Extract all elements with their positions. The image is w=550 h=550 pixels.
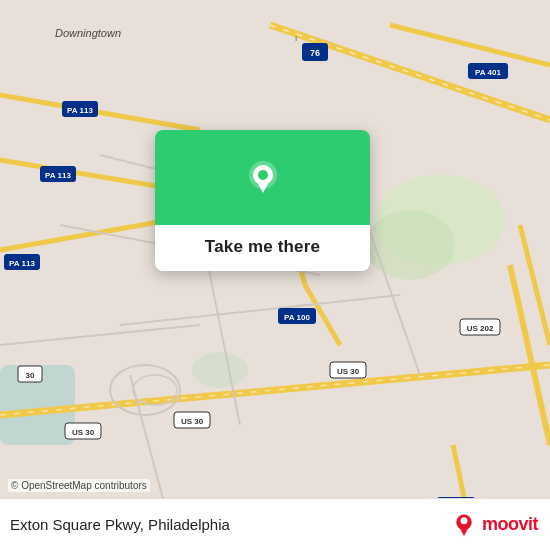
location-info: Exton Square Pkwy, Philadelphia [10,516,230,533]
take-me-there-button[interactable]: Take me there [205,237,320,257]
card-header [155,130,370,225]
svg-rect-0 [0,25,550,525]
copyright-text: © OpenStreetMap contributors [8,479,150,492]
svg-text:76: 76 [310,48,320,58]
map-background: 76 I PA 113 PA 113 PA 113 PA 401 PA 100 … [0,0,550,550]
svg-point-2 [365,210,455,280]
svg-text:PA 113: PA 113 [67,106,93,115]
svg-text:PA 401: PA 401 [475,68,501,77]
bottom-bar: Exton Square Pkwy, Philadelphia moovit [0,498,550,550]
svg-point-59 [460,517,467,524]
svg-point-4 [192,352,248,388]
card-body: Take me there [155,225,370,271]
svg-text:US 30: US 30 [337,367,360,376]
svg-text:PA 100: PA 100 [284,313,310,322]
svg-text:US 30: US 30 [72,428,95,437]
svg-text:I: I [295,34,297,43]
moovit-logo: moovit [450,511,538,539]
moovit-icon [450,511,478,539]
svg-marker-58 [459,526,469,536]
card-popup: Take me there [155,130,370,271]
location-name: Exton Square Pkwy, Philadelphia [10,516,230,533]
svg-point-55 [258,170,268,180]
svg-text:30: 30 [26,371,35,380]
map-container: 76 I PA 113 PA 113 PA 113 PA 401 PA 100 … [0,0,550,550]
svg-text:US 202: US 202 [467,324,494,333]
svg-text:PA 113: PA 113 [9,259,35,268]
svg-text:US 30: US 30 [181,417,204,426]
svg-text:Downingtown: Downingtown [55,27,121,39]
moovit-text: moovit [482,514,538,535]
location-pin-icon [241,156,285,200]
svg-text:PA 113: PA 113 [45,171,71,180]
